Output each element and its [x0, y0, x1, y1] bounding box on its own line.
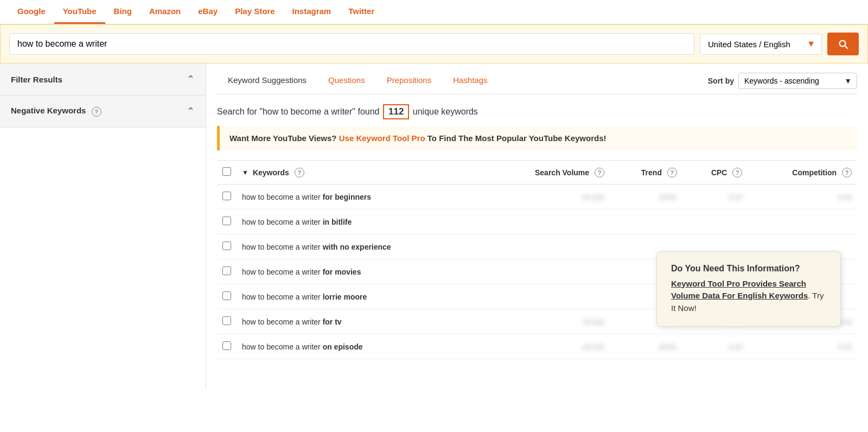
row-checkbox-1[interactable]: [222, 217, 231, 225]
negative-keywords-header[interactable]: Negative Keywords ? ⌃: [0, 96, 206, 127]
main-layout: Filter Results ⌃ Negative Keywords ? ⌃ K…: [0, 63, 868, 389]
search-input[interactable]: [9, 33, 694, 55]
th-trend: Trend ?: [610, 161, 682, 185]
search-volume-cell-0: 00,000: [485, 185, 610, 209]
table-container: ▼ Keywords ? Search Volume ?: [217, 160, 857, 359]
table-row: how to become a writer for beginners00,0…: [217, 185, 857, 209]
th-search-volume: Search Volume ?: [485, 161, 610, 185]
trend-cell-6: 000%: [610, 334, 682, 359]
promo-link[interactable]: Use Keyword Tool Pro: [339, 134, 425, 143]
keyword-cell-4: how to become a writer lorrie moore: [237, 284, 485, 309]
row-checkbox-0[interactable]: [222, 192, 231, 200]
filter-results-title: Filter Results: [11, 75, 62, 84]
search-volume-cell-3: [485, 259, 610, 284]
cpc-help-icon[interactable]: ?: [732, 168, 742, 177]
competition-cell-6: 0.00: [748, 334, 857, 359]
trend-cell-1: [610, 209, 682, 234]
search-volume-cell-2: [485, 234, 610, 259]
search-volume-cell-6: 00,000: [485, 334, 610, 359]
nav-tab-google[interactable]: Google: [9, 0, 54, 24]
top-nav: Google YouTube Bing Amazon eBay Play Sto…: [0, 0, 868, 24]
cpc-cell-6: 0.00: [682, 334, 748, 359]
search-volume-cell-5: 00,000: [485, 309, 610, 334]
competition-cell-1: [748, 209, 857, 234]
select-all-checkbox[interactable]: [222, 167, 231, 176]
th-select-all: [217, 161, 237, 185]
keyword-cell-3: how to become a writer for movies: [237, 259, 485, 284]
nav-tab-instagram[interactable]: Instagram: [284, 0, 340, 24]
trend-help-icon[interactable]: ?: [667, 168, 677, 177]
row-checkbox-4[interactable]: [222, 291, 231, 300]
tab-prepositions[interactable]: Prepositions: [376, 68, 443, 94]
location-select[interactable]: United States / EnglishUnited Kingdom / …: [700, 34, 822, 55]
competition-help-icon[interactable]: ?: [842, 168, 852, 177]
content-tab-bar: Keyword Suggestions Questions Prepositio…: [217, 68, 708, 94]
trend-cell-0: 000%: [610, 185, 682, 209]
cpc-cell-1: [682, 209, 748, 234]
nav-tab-ebay[interactable]: eBay: [189, 0, 226, 24]
table-row: how to become a writer in bitlife: [217, 209, 857, 234]
sort-label: Sort by: [708, 77, 734, 85]
filter-results-header[interactable]: Filter Results ⌃: [0, 63, 206, 95]
results-count: 112: [383, 104, 409, 119]
sidebar: Filter Results ⌃ Negative Keywords ? ⌃: [0, 63, 206, 389]
results-suffix: unique keywords: [413, 107, 478, 116]
search-volume-cell-4: [485, 284, 610, 309]
negative-keywords-title: Negative Keywords ?: [11, 106, 101, 116]
keyword-cell-1: how to become a writer in bitlife: [237, 209, 485, 234]
negative-keywords-section: Negative Keywords ? ⌃: [0, 96, 206, 128]
tab-hashtags[interactable]: Hashtags: [442, 68, 498, 94]
keyword-cell-5: how to become a writer for tv: [237, 309, 485, 334]
keyword-cell-6: how to become a writer on episode: [237, 334, 485, 359]
sort-select-wrapper: Keywords - ascendingKeywords - descendin…: [738, 73, 857, 89]
cpc-cell-0: 0.00: [682, 185, 748, 209]
promo-banner: Want More YouTube Views? Use Keyword Too…: [217, 126, 857, 150]
nav-tab-twitter[interactable]: Twitter: [340, 0, 383, 24]
search-icon: [837, 38, 849, 50]
nav-tab-bing[interactable]: Bing: [105, 0, 141, 24]
sort-select[interactable]: Keywords - ascendingKeywords - descendin…: [738, 73, 857, 89]
keyword-cell-0: how to become a writer for beginners: [237, 185, 485, 209]
location-select-wrapper: United States / EnglishUnited Kingdom / …: [700, 34, 822, 55]
nav-tab-amazon[interactable]: Amazon: [141, 0, 189, 24]
competition-cell-0: 0.00: [748, 185, 857, 209]
results-summary: Search for "how to become a writer" foun…: [217, 94, 857, 126]
th-keywords: ▼ Keywords ?: [237, 161, 485, 185]
tab-questions[interactable]: Questions: [317, 68, 376, 94]
negative-keywords-help-icon[interactable]: ?: [92, 107, 101, 117]
tooltip-body: Keyword Tool Pro Provides Search Volume …: [671, 278, 826, 315]
tooltip-heading: Do You Need This Information?: [671, 264, 826, 274]
content-area: Keyword Suggestions Questions Prepositio…: [206, 63, 868, 389]
keyword-cell-2: how to become a writer with no experienc…: [237, 234, 485, 259]
keywords-help-icon[interactable]: ?: [295, 168, 304, 177]
promo-text-before: Want More YouTube Views?: [229, 134, 337, 143]
search-button[interactable]: [827, 33, 859, 55]
tab-bar-wrapper: Keyword Suggestions Questions Prepositio…: [217, 68, 857, 94]
row-checkbox-5[interactable]: [222, 316, 231, 325]
results-prefix: Search for "how to become a writer" foun…: [217, 107, 380, 116]
search-volume-cell-1: [485, 209, 610, 234]
row-checkbox-2[interactable]: [222, 242, 231, 250]
nav-tab-playstore[interactable]: Play Store: [226, 0, 283, 24]
th-competition: Competition ?: [748, 161, 857, 185]
tooltip-popup: Do You Need This Information? Keyword To…: [656, 251, 841, 327]
search-bar-container: United States / EnglishUnited Kingdom / …: [0, 24, 868, 63]
table-header-row: ▼ Keywords ? Search Volume ?: [217, 161, 857, 185]
table-row: how to become a writer on episode00,0000…: [217, 334, 857, 359]
nav-tab-youtube[interactable]: YouTube: [54, 0, 105, 24]
search-volume-help-icon[interactable]: ?: [595, 168, 604, 177]
tab-keyword-suggestions[interactable]: Keyword Suggestions: [217, 68, 317, 94]
chevron-up-icon: ⌃: [187, 73, 195, 85]
tooltip-link[interactable]: Keyword Tool Pro Provides Search Volume …: [671, 279, 808, 301]
chevron-up-icon-2: ⌃: [187, 105, 195, 117]
sort-bar: Sort by Keywords - ascendingKeywords - d…: [708, 73, 857, 89]
th-cpc: CPC ?: [682, 161, 748, 185]
row-checkbox-3[interactable]: [222, 266, 231, 275]
promo-text-after: To Find The Most Popular YouTube Keyword…: [427, 134, 607, 143]
sort-down-arrow-icon: ▼: [242, 169, 248, 176]
row-checkbox-6[interactable]: [222, 341, 231, 350]
filter-results-section: Filter Results ⌃: [0, 63, 206, 96]
